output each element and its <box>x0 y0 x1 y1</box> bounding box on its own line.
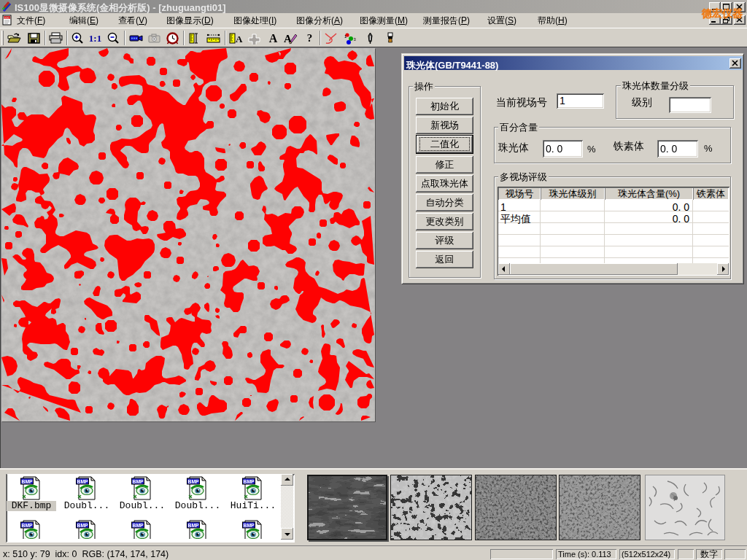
svg-text:BMP: BMP <box>77 523 89 528</box>
svg-text:BMP: BMP <box>188 523 200 528</box>
svg-text:BMP: BMP <box>133 479 144 484</box>
svg-text:BMP: BMP <box>133 523 144 528</box>
svg-text:BMP: BMP <box>77 479 89 484</box>
svg-text:BMP: BMP <box>244 479 255 484</box>
svg-text:BMP: BMP <box>22 479 34 484</box>
svg-text:A: A <box>236 34 243 44</box>
svg-text:BMP: BMP <box>22 523 34 528</box>
svg-text:BMP: BMP <box>188 479 200 484</box>
svg-text:DOC: DOC <box>4 17 9 20</box>
svg-text:3: 3 <box>354 37 357 42</box>
svg-text:BMP: BMP <box>244 523 255 528</box>
